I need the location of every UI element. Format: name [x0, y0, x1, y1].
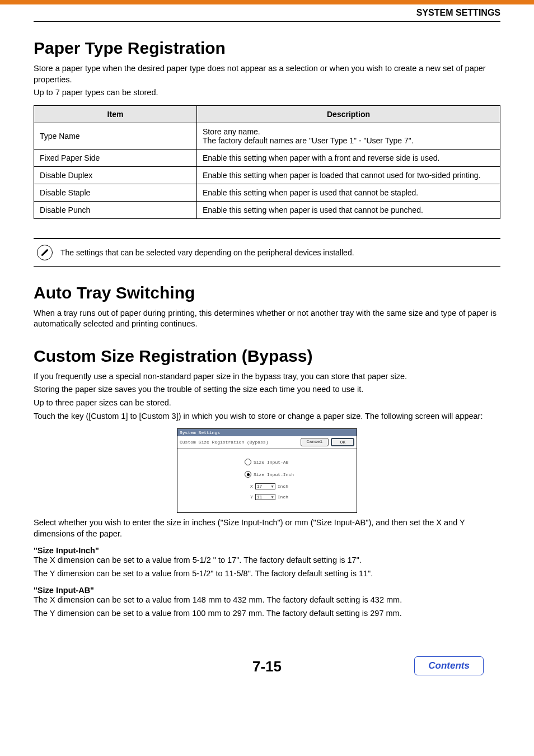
cell-desc: Enable this setting when paper is loaded…	[197, 166, 500, 184]
x-dimension-row: X 17 ▼ Inch	[250, 483, 351, 489]
cell-item: Disable Duplex	[34, 166, 197, 184]
th-description: Description	[197, 105, 500, 123]
x-unit: Inch	[278, 484, 288, 489]
x-value: 17	[257, 484, 263, 489]
ab-x-desc: The X dimension can be set to a value fr…	[34, 595, 500, 606]
cell-desc: Enable this setting when paper with a fr…	[197, 149, 500, 166]
subhead-ab: "Size Input-AB"	[34, 586, 500, 595]
x-label: X	[250, 484, 253, 489]
contents-button[interactable]: Contents	[414, 656, 484, 675]
th-item: Item	[34, 105, 197, 123]
top-accent-bar	[0, 0, 534, 4]
ok-button[interactable]: OK	[331, 438, 354, 446]
ab-y-desc: The Y dimension can be set to a value fr…	[34, 608, 500, 619]
section-custom-size-heading: Custom Size Registration (Bypass)	[34, 347, 500, 366]
table-row: Disable Duplex Enable this setting when …	[34, 166, 500, 184]
auto-tray-desc: When a tray runs out of paper during pri…	[34, 308, 500, 330]
cell-desc: Enable this setting when paper is used t…	[197, 201, 500, 218]
cell-item: Type Name	[34, 123, 197, 149]
paper-type-desc-1: Store a paper type when the desired pape…	[34, 63, 500, 85]
note-box: The settings that can be selected vary d…	[34, 238, 500, 267]
custom-size-p1: If you frequently use a special non-stan…	[34, 371, 500, 382]
radio-label: Size Input-Inch	[254, 472, 294, 477]
x-stepper[interactable]: 17 ▼	[255, 483, 275, 489]
y-label: Y	[250, 494, 253, 500]
radio-icon	[245, 459, 251, 465]
cell-item: Fixed Paper Side	[34, 149, 197, 166]
inch-y-desc: The Y dimension can be set to a value fr…	[34, 568, 500, 580]
radio-label: Size Input-AB	[254, 460, 288, 465]
note-text: The settings that can be selected vary d…	[60, 248, 354, 257]
cell-desc: Enable this setting when paper is used t…	[197, 184, 500, 201]
y-dimension-row: Y 11 ▼ Inch	[250, 494, 351, 500]
custom-size-p4: Touch the key ([Custom 1] to [Custom 3])…	[34, 411, 500, 422]
radio-icon	[245, 471, 251, 478]
dialog-titlebar: System Settings	[177, 429, 357, 436]
y-stepper[interactable]: 11 ▼	[255, 494, 275, 500]
radio-size-input-ab[interactable]: Size Input-AB	[245, 459, 351, 465]
custom-size-p5: Select whether you wish to enter the siz…	[34, 517, 500, 539]
custom-size-p2: Storing the paper size saves you the tro…	[34, 384, 500, 395]
inch-x-desc: The X dimension can be set to a value fr…	[34, 555, 500, 566]
cell-item: Disable Staple	[34, 184, 197, 201]
table-row: Disable Staple Enable this setting when …	[34, 184, 500, 201]
subhead-inch: "Size Input-Inch"	[34, 546, 500, 555]
page-header: SYSTEM SETTINGS	[34, 8, 500, 22]
table-row: Disable Punch Enable this setting when p…	[34, 201, 500, 218]
embedded-dialog: System Settings Custom Size Registration…	[177, 428, 357, 513]
section-paper-type-heading: Paper Type Registration	[34, 39, 500, 58]
dialog-subtitle: Custom Size Registration (Bypass)	[180, 440, 268, 445]
table-row: Fixed Paper Side Enable this setting whe…	[34, 149, 500, 166]
chevron-down-icon: ▼	[271, 484, 274, 489]
cancel-button[interactable]: Cancel	[301, 438, 329, 446]
section-auto-tray-heading: Auto Tray Switching	[34, 283, 500, 302]
y-value: 11	[257, 494, 263, 500]
paper-type-table: Item Description Type Name Store any nam…	[34, 105, 500, 219]
table-row: Type Name Store any name. The factory de…	[34, 123, 500, 149]
note-icon	[37, 245, 53, 260]
custom-size-p3: Up to three paper sizes can be stored.	[34, 398, 500, 409]
paper-type-desc-2: Up to 7 paper types can be stored.	[34, 87, 500, 99]
radio-size-input-inch[interactable]: Size Input-Inch	[245, 471, 351, 478]
chevron-down-icon: ▼	[271, 495, 274, 500]
y-unit: Inch	[278, 494, 288, 500]
cell-desc: Store any name. The factory default name…	[197, 123, 500, 149]
cell-item: Disable Punch	[34, 201, 197, 218]
